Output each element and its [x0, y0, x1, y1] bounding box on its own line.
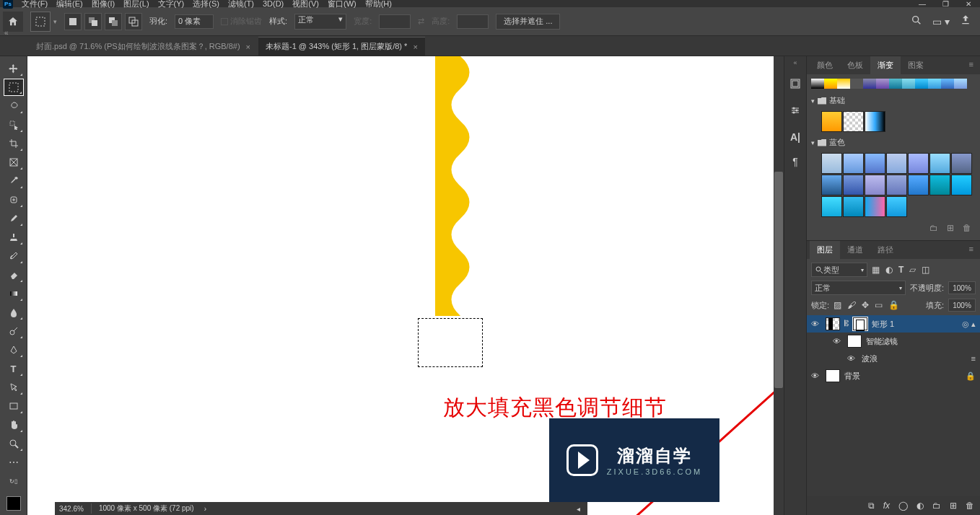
menu-window[interactable]: 窗口(W) — [323, 0, 361, 9]
marquee-tool-indicator[interactable] — [30, 12, 51, 32]
shape-tool[interactable] — [4, 397, 24, 415]
gradient-swatch[interactable] — [941, 79, 954, 89]
gradient-swatch[interactable] — [843, 175, 864, 195]
selection-new[interactable] — [64, 13, 82, 30]
menu-file[interactable]: 文件(F) — [17, 0, 52, 9]
gradient-swatch[interactable] — [951, 153, 972, 174]
gradient-swatch[interactable] — [821, 175, 842, 195]
gradient-swatch[interactable] — [824, 79, 837, 89]
lock-paint-icon[interactable]: 🖌 — [847, 300, 856, 310]
pen-tool[interactable] — [4, 341, 24, 358]
gradient-swatch[interactable] — [915, 79, 928, 89]
new-layer-icon[interactable]: ⊞ — [950, 501, 957, 511]
gradient-swatch[interactable] — [929, 153, 950, 174]
adjustment-icon[interactable]: ◐ — [916, 501, 924, 511]
delete-layer-icon[interactable]: 🗑 — [966, 501, 974, 511]
gradient-swatch[interactable] — [843, 196, 864, 217]
group-basic[interactable]: ▾基础 — [811, 93, 976, 108]
link-layers-icon[interactable]: ⧉ — [868, 501, 875, 511]
menu-layer[interactable]: 图层(L) — [119, 0, 153, 9]
gradient-swatch[interactable] — [821, 196, 842, 217]
document-tab-1[interactable]: 未标题-1 @ 343% (矩形 1, 图层蒙版/8) * × — [258, 37, 425, 56]
group-icon[interactable]: 🗀 — [932, 501, 941, 511]
properties-icon[interactable] — [789, 105, 801, 118]
tab-layers[interactable]: 图层 — [810, 241, 840, 260]
selection-subtract[interactable] — [105, 13, 122, 30]
tab-swatches[interactable]: 色板 — [840, 56, 870, 74]
tab-collapse-icon[interactable]: « — [4, 29, 9, 37]
close-button[interactable]: ✕ — [957, 0, 980, 7]
menu-type[interactable]: 文字(Y) — [154, 0, 189, 9]
menu-image[interactable]: 图像(I) — [87, 0, 119, 9]
gradient-swatch[interactable] — [843, 111, 864, 132]
history-brush-tool[interactable] — [4, 247, 24, 265]
vertical-scrollbar[interactable] — [774, 56, 784, 515]
restore-button[interactable]: ❐ — [934, 0, 957, 7]
lock-position-icon[interactable]: ✥ — [862, 300, 869, 310]
path-select-tool[interactable] — [4, 379, 24, 396]
menu-select[interactable]: 选择(S) — [188, 0, 224, 9]
move-tool[interactable] — [4, 60, 24, 77]
style-select[interactable]: 正常 ▾ — [294, 14, 346, 30]
status-more[interactable]: › — [201, 505, 209, 513]
foreground-color[interactable] — [6, 496, 21, 511]
gradient-swatch[interactable] — [954, 79, 967, 89]
quick-select-tool[interactable] — [4, 116, 24, 133]
crop-tool[interactable] — [4, 135, 24, 152]
menu-3d[interactable]: 3D(D) — [258, 0, 288, 8]
minimize-button[interactable]: — — [911, 0, 934, 7]
selection-add[interactable] — [84, 13, 102, 30]
visibility-icon[interactable]: 👁 — [847, 354, 857, 363]
layer-kind-filter[interactable]: ▾ — [811, 263, 867, 277]
new-icon[interactable]: ⊞ — [947, 223, 954, 233]
frame-tool[interactable] — [4, 154, 24, 171]
visibility-icon[interactable]: 👁 — [811, 320, 821, 328]
filter-shape-icon[interactable]: ▱ — [909, 265, 916, 275]
lock-transparent-icon[interactable]: ▨ — [834, 300, 841, 310]
gradient-swatch[interactable] — [876, 79, 889, 89]
gradient-swatch[interactable] — [889, 79, 902, 89]
zoom-tool[interactable] — [4, 435, 24, 452]
gradient-swatch[interactable] — [902, 79, 915, 89]
blend-mode-select[interactable]: 正常▾ — [811, 281, 906, 295]
zoom-level[interactable]: 342.6% — [59, 505, 84, 513]
group-blue[interactable]: ▾蓝色 — [811, 135, 976, 150]
paragraph-icon[interactable]: ¶ — [792, 156, 798, 167]
fill-input[interactable] — [948, 299, 976, 312]
folder-icon[interactable]: 🗀 — [929, 223, 938, 233]
edit-toolbar[interactable]: ↻▯ — [4, 472, 24, 490]
gradient-swatch[interactable] — [908, 175, 929, 195]
gradient-swatch[interactable] — [886, 196, 907, 217]
panel-menu-icon[interactable]: ≡ — [966, 56, 977, 74]
lock-all-icon[interactable]: 🔒 — [888, 300, 899, 310]
selection-intersect[interactable] — [125, 13, 142, 30]
history-icon[interactable] — [789, 78, 801, 92]
lock-artboard-icon[interactable]: ▭ — [875, 300, 883, 310]
mask-thumb[interactable] — [853, 317, 867, 330]
menu-view[interactable]: 视图(V) — [288, 0, 323, 9]
gradient-swatch[interactable] — [850, 79, 863, 89]
gradient-swatch[interactable] — [865, 153, 885, 174]
trash-icon[interactable]: 🗑 — [963, 223, 971, 233]
menu-help[interactable]: 帮助(H) — [361, 0, 396, 9]
tab-close-icon[interactable]: × — [246, 43, 250, 51]
filter-options-icon[interactable]: ≡ — [971, 354, 976, 363]
scroll-left-icon[interactable]: ◂ — [574, 505, 583, 513]
panel-menu-icon[interactable]: ≡ — [966, 241, 977, 259]
tab-patterns[interactable]: 图案 — [901, 56, 931, 74]
gradient-tool[interactable] — [4, 285, 24, 302]
layer-row[interactable]: 👁 波浪 ≡ — [807, 350, 980, 367]
search-icon[interactable] — [911, 14, 922, 28]
eyedropper-tool[interactable] — [4, 172, 24, 190]
workspace-icon[interactable]: ▭ ▾ — [932, 16, 950, 27]
gradient-swatch[interactable] — [886, 175, 907, 195]
gradient-swatch[interactable] — [928, 79, 941, 89]
gradient-swatch[interactable] — [865, 111, 885, 132]
gradient-swatch[interactable] — [929, 175, 950, 195]
gradient-swatch[interactable] — [886, 153, 907, 174]
layer-row[interactable]: 👁 𝄡 矩形 1 ◎ ▴ — [807, 315, 980, 333]
gradient-swatch[interactable] — [843, 153, 864, 174]
filter-pixel-icon[interactable]: ▦ — [872, 265, 880, 275]
tab-color[interactable]: 颜色 — [810, 56, 840, 74]
opacity-input[interactable] — [948, 281, 976, 294]
